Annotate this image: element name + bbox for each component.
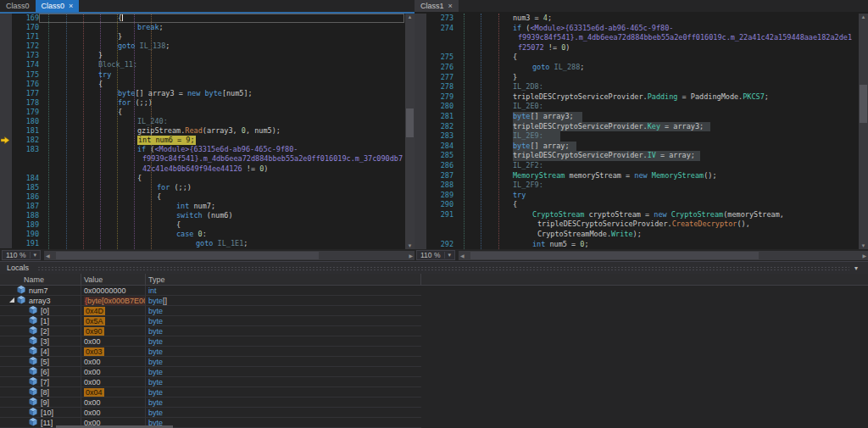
- local-row[interactable]: [0]0x4Dbyte: [0, 306, 421, 316]
- glyph-margin[interactable]: [415, 14, 426, 24]
- column-header-value[interactable]: Value: [81, 274, 146, 285]
- code-line[interactable]: 185for (;;): [0, 183, 405, 192]
- glyph-margin[interactable]: [0, 145, 12, 154]
- glyph-margin[interactable]: [415, 63, 426, 73]
- glyph-margin[interactable]: [0, 220, 12, 230]
- vertical-scrollbar-left[interactable]: ▲ ▼: [405, 14, 415, 249]
- code-line[interactable]: 273num3 = 4;: [415, 14, 859, 24]
- code-line[interactable]: 170break;: [0, 23, 405, 32]
- code-line[interactable]: 286IL_2F2:: [415, 161, 859, 171]
- zoom-level-select[interactable]: 110 % ▾: [2, 250, 41, 260]
- local-row[interactable]: [1]0x5Abyte: [0, 316, 421, 326]
- glyph-margin[interactable]: [415, 24, 426, 34]
- code-line[interactable]: 179{: [0, 108, 405, 117]
- glyph-margin[interactable]: [0, 32, 12, 42]
- local-row[interactable]: [5]0x00byte: [0, 357, 421, 367]
- scroll-up-icon[interactable]: ▲: [859, 14, 868, 19]
- glyph-margin[interactable]: [0, 23, 12, 32]
- code-line[interactable]: 169{: [0, 14, 405, 23]
- zoom-level-select[interactable]: 110 % ▾: [416, 250, 455, 260]
- scroll-up-icon[interactable]: ▲: [405, 14, 415, 19]
- code-line[interactable]: 173}: [0, 51, 405, 60]
- glyph-margin[interactable]: [415, 102, 426, 112]
- code-line[interactable]: 184{: [0, 174, 405, 183]
- scroll-right-icon[interactable]: ▶: [862, 253, 866, 258]
- local-row[interactable]: [9]0x00byte: [0, 397, 421, 408]
- scroll-right-icon[interactable]: ▶: [409, 253, 413, 258]
- code-line[interactable]: 285tripleDESCryptoServiceProvider.IV = a…: [415, 151, 859, 161]
- scroll-left-icon[interactable]: ◀: [460, 253, 465, 258]
- code-line[interactable]: f25072 != 0): [415, 43, 859, 53]
- tab-class0-active[interactable]: Class0 ×: [36, 0, 80, 12]
- local-row[interactable]: array3{byte[0x000B7E00]}byte[]: [0, 296, 421, 306]
- glyph-margin[interactable]: [415, 230, 426, 240]
- code-editor-right[interactable]: 273num3 = 4;274if (<Module>{63315e6d-ab9…: [415, 14, 859, 249]
- local-row[interactable]: [3]0x00byte: [0, 336, 421, 347]
- code-line[interactable]: 178for (;;): [0, 98, 405, 108]
- code-line[interactable]: 282tripleDESCryptoServiceProvider.Key = …: [415, 122, 859, 132]
- column-header-name[interactable]: Name: [0, 274, 81, 285]
- horizontal-scrollbar-left[interactable]: ◀ ▶: [44, 251, 415, 260]
- glyph-margin[interactable]: [0, 70, 12, 80]
- glyph-margin[interactable]: [0, 98, 12, 108]
- code-line[interactable]: 279tripleDESCryptoServiceProvider.Paddin…: [415, 92, 859, 103]
- scroll-left-icon[interactable]: ◀: [46, 253, 50, 258]
- code-line[interactable]: 177byte[] array3 = new byte[num5];: [0, 89, 405, 98]
- code-line[interactable]: 191goto IL_1E1;: [0, 239, 405, 248]
- code-line[interactable]: 187int num7;: [0, 202, 405, 211]
- code-line[interactable]: 183if (<Module>{63315e6d-ab96-465c-9f80-: [0, 145, 405, 154]
- code-line[interactable]: 180IL_240:: [0, 117, 405, 126]
- code-line[interactable]: CryptoStreamMode.Write);: [415, 230, 859, 240]
- code-line[interactable]: 188switch (num6): [0, 211, 405, 220]
- code-line[interactable]: 291CryptoStream cryptoStream = new Crypt…: [415, 210, 859, 220]
- glyph-margin[interactable]: [415, 151, 426, 161]
- locals-title-bar[interactable]: Locals ▾: [0, 262, 868, 274]
- code-line[interactable]: 174Block_11:: [0, 60, 405, 69]
- code-line[interactable]: 172goto IL_138;: [0, 42, 405, 51]
- tab-class0-inactive[interactable]: Class0: [0, 0, 36, 12]
- glyph-margin[interactable]: [415, 82, 426, 92]
- glyph-margin[interactable]: [0, 230, 12, 239]
- glyph-margin[interactable]: [0, 42, 12, 51]
- local-row[interactable]: [8]0x04byte: [0, 387, 421, 397]
- local-row[interactable]: [10]0x00byte: [0, 408, 421, 418]
- code-line[interactable]: 284byte[] array;: [415, 142, 859, 152]
- code-line[interactable]: 287MemoryStream memoryStream = new Memor…: [415, 171, 859, 181]
- scroll-down-icon[interactable]: ▼: [859, 243, 868, 248]
- glyph-margin[interactable]: [415, 122, 426, 132]
- current-statement-arrow-icon[interactable]: [0, 136, 12, 145]
- glyph-margin[interactable]: [415, 210, 426, 220]
- glyph-margin[interactable]: [415, 92, 426, 103]
- glyph-margin[interactable]: [0, 192, 12, 202]
- glyph-margin[interactable]: [0, 154, 12, 164]
- glyph-margin[interactable]: [0, 126, 12, 136]
- scrollbar-thumb[interactable]: [860, 85, 867, 123]
- code-line[interactable]: 171}: [0, 32, 405, 42]
- local-row[interactable]: [4]0x03byte: [0, 347, 421, 357]
- code-line[interactable]: 280IL_2E0:: [415, 102, 859, 112]
- glyph-margin[interactable]: [415, 131, 426, 142]
- glyph-margin[interactable]: [415, 171, 426, 181]
- scrollbar-thumb[interactable]: [406, 108, 414, 137]
- tab-class1[interactable]: Class1 ×: [415, 0, 459, 12]
- code-line[interactable]: 175try: [0, 70, 405, 80]
- local-row[interactable]: num70x00000000int: [0, 286, 421, 296]
- glyph-margin[interactable]: [0, 80, 12, 89]
- glyph-margin[interactable]: [415, 33, 426, 43]
- local-row[interactable]: [6]0x00byte: [0, 367, 421, 377]
- scrollbar-thumb[interactable]: [470, 252, 759, 259]
- close-icon[interactable]: ×: [448, 2, 453, 10]
- code-line[interactable]: 278IL_2D8:: [415, 82, 859, 92]
- code-line[interactable]: 288IL_2F9:: [415, 181, 859, 191]
- code-line[interactable]: 190case 0:: [0, 230, 405, 239]
- glyph-margin[interactable]: [415, 53, 426, 63]
- glyph-margin[interactable]: [415, 43, 426, 53]
- glyph-margin[interactable]: [415, 112, 426, 122]
- panel-menu-chevron-down-icon[interactable]: ▾: [854, 264, 868, 272]
- code-line[interactable]: 275{: [415, 53, 859, 63]
- close-icon[interactable]: ×: [69, 2, 73, 10]
- glyph-margin[interactable]: [0, 239, 12, 248]
- glyph-margin[interactable]: [0, 202, 12, 211]
- code-line[interactable]: 283IL_2E9:: [415, 131, 859, 142]
- glyph-margin[interactable]: [415, 142, 426, 152]
